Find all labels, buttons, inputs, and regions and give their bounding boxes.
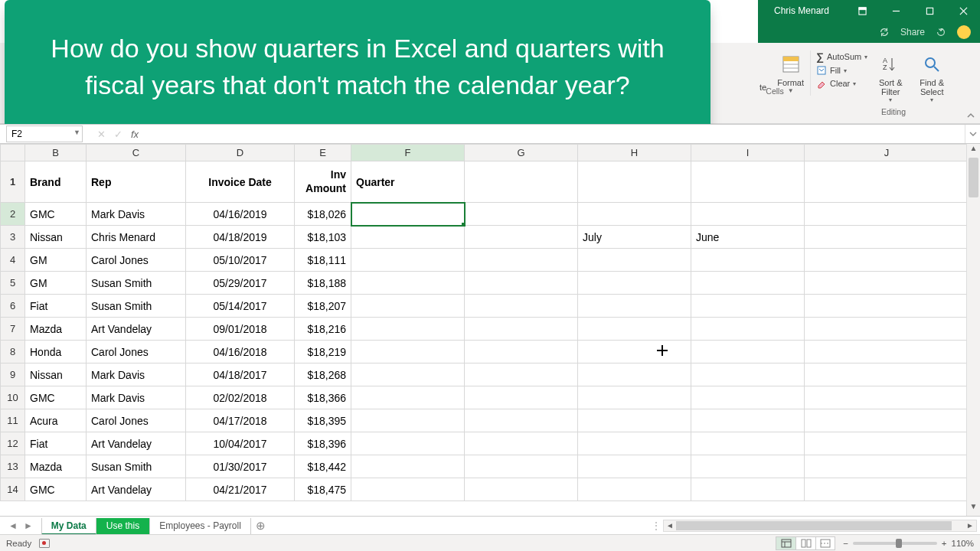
cell[interactable]: Art Vandelay [87,432,186,455]
cell[interactable] [805,203,967,226]
cell[interactable] [691,249,805,272]
cell[interactable]: $18,103 [295,226,351,249]
cell[interactable] [805,455,967,478]
find-select-icon[interactable] [920,52,944,77]
cell[interactable] [465,409,578,432]
cell[interactable]: Susan Smith [87,295,186,318]
cell[interactable] [578,249,691,272]
expand-formula-bar[interactable] [965,125,980,143]
cell[interactable]: June [691,226,805,249]
row-header[interactable]: 10 [1,386,25,409]
scroll-left-button[interactable]: ◄ [664,521,676,530]
cell[interactable] [351,203,465,226]
scroll-right-button[interactable]: ► [964,521,976,530]
format-icon[interactable] [779,52,803,77]
cell[interactable]: 04/16/2018 [186,341,295,364]
row-header[interactable]: 13 [1,455,25,478]
cell[interactable]: 10/04/2017 [186,432,295,455]
cell[interactable] [691,409,805,432]
minimize-button[interactable] [879,0,913,21]
cell[interactable] [465,203,578,226]
cell[interactable]: Chris Menard [87,226,186,249]
cell[interactable] [805,318,967,341]
cell[interactable]: Acura [25,409,87,432]
row-header[interactable]: 11 [1,409,25,432]
cell[interactable]: GMC [25,478,87,501]
tab-split-handle[interactable]: ⋮ [649,520,663,531]
cell[interactable] [805,478,967,501]
page-layout-view-button[interactable] [795,536,815,550]
row-header[interactable]: 4 [1,249,25,272]
hscroll-thumb[interactable] [676,521,952,530]
cell[interactable]: Art Vandelay [87,318,186,341]
cell[interactable] [465,432,578,455]
cell[interactable] [691,295,805,318]
row-header[interactable]: 3 [1,226,25,249]
cell[interactable]: $18,475 [295,478,351,501]
tab-nav[interactable]: ◄► [0,520,41,531]
cell[interactable] [578,295,691,318]
cell[interactable] [805,432,967,455]
cell[interactable]: July [578,226,691,249]
cell[interactable]: Carol Jones [87,341,186,364]
clear-button[interactable]: Clear ▾ [816,78,867,89]
collapse-ribbon-button[interactable] [966,111,977,122]
row-header[interactable]: 6 [1,295,25,318]
horizontal-scrollbar[interactable]: ◄ ► [663,520,977,532]
row-header[interactable]: 1 [1,161,25,203]
page-break-view-button[interactable] [815,536,835,550]
cell[interactable] [351,226,465,249]
insert-function-button[interactable]: fx [127,129,142,140]
cell[interactable] [578,203,691,226]
row-header[interactable]: 9 [1,364,25,386]
cell[interactable]: 04/21/2017 [186,478,295,501]
cell[interactable] [805,409,967,432]
row-header[interactable]: 2 [1,203,25,226]
normal-view-button[interactable] [776,536,795,550]
select-all-corner[interactable] [1,145,25,161]
row-header[interactable]: 14 [1,478,25,501]
header-quarter[interactable]: Quarter [351,161,465,203]
cell[interactable] [351,409,465,432]
cell[interactable]: Art Vandelay [87,478,186,501]
row-header[interactable]: 5 [1,272,25,295]
cell[interactable] [578,272,691,295]
cell[interactable]: $18,396 [295,432,351,455]
cell[interactable] [465,364,578,386]
cell[interactable] [578,341,691,364]
sort-filter-button[interactable]: Sort & Filter [879,78,903,96]
cell[interactable]: GMC [25,203,87,226]
col-header-F[interactable]: F [351,145,465,161]
cell[interactable] [351,318,465,341]
cell[interactable]: $18,442 [295,455,351,478]
col-header-C[interactable]: C [87,145,186,161]
scroll-up-button[interactable]: ▲ [967,144,980,158]
cell[interactable] [465,272,578,295]
cell[interactable]: 04/18/2017 [186,364,295,386]
vertical-scrollbar[interactable]: ▲ ▼ [966,144,980,516]
cell[interactable]: $18,219 [295,341,351,364]
cell[interactable]: 04/17/2018 [186,409,295,432]
cell[interactable] [465,226,578,249]
cell[interactable]: 04/16/2019 [186,203,295,226]
cell[interactable] [691,386,805,409]
col-header-J[interactable]: J [805,145,967,161]
new-sheet-button[interactable]: ⊕ [251,519,271,533]
cell[interactable]: 09/01/2018 [186,318,295,341]
cell[interactable]: Mazda [25,318,87,341]
cell[interactable] [351,295,465,318]
cell[interactable] [805,341,967,364]
cell[interactable] [805,249,967,272]
cell[interactable] [578,318,691,341]
cell[interactable]: GM [25,272,87,295]
find-select-button[interactable]: Find & Select [920,78,944,96]
cell[interactable] [691,432,805,455]
cell[interactable]: Fiat [25,432,87,455]
formula-input[interactable] [142,126,965,142]
zoom-out-button[interactable]: − [843,539,848,548]
row-header[interactable]: 8 [1,341,25,364]
cell[interactable] [351,386,465,409]
cell[interactable]: $18,366 [295,386,351,409]
fill-button[interactable]: Fill ▾ [816,65,867,76]
cell[interactable] [351,272,465,295]
